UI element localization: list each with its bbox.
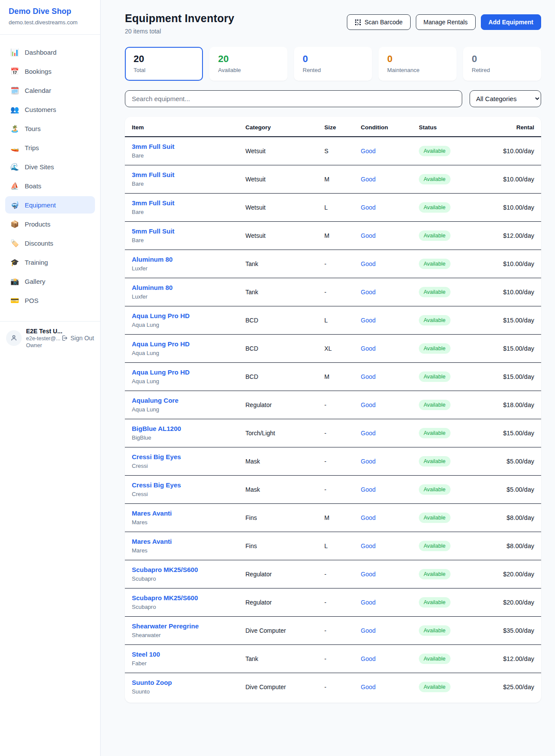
- item-condition-link[interactable]: Good: [361, 148, 375, 154]
- item-name-link[interactable]: 3mm Full Suit: [132, 199, 174, 207]
- item-condition-link[interactable]: Good: [361, 542, 375, 549]
- column-header-category: Category: [238, 117, 317, 137]
- item-name-link[interactable]: Scubapro MK25/S600: [132, 594, 198, 602]
- sidebar-item-customers[interactable]: 👥 Customers: [5, 101, 95, 118]
- item-condition-link[interactable]: Good: [361, 232, 375, 239]
- item-size: -: [317, 250, 354, 278]
- item-condition-link[interactable]: Good: [361, 486, 375, 493]
- item-category: BCD: [238, 363, 317, 391]
- item-category: Tank: [238, 278, 317, 306]
- sidebar-item-products[interactable]: 📦 Products: [5, 215, 95, 233]
- stat-label: Total: [134, 67, 194, 73]
- item-condition-link[interactable]: Good: [361, 627, 375, 634]
- item-name-link[interactable]: BigBlue AL1200: [132, 425, 181, 432]
- item-condition-link[interactable]: Good: [361, 373, 375, 380]
- item-rental-rate: $8.00/day: [485, 532, 541, 560]
- manage-rentals-button[interactable]: Manage Rentals: [416, 14, 476, 30]
- sign-out-button[interactable]: Sign Out: [61, 335, 94, 342]
- item-condition-link[interactable]: Good: [361, 289, 375, 296]
- item-category: Regulator: [238, 391, 317, 419]
- item-condition-link[interactable]: Good: [361, 571, 375, 578]
- sidebar-item-tours[interactable]: 🏝️ Tours: [5, 120, 95, 137]
- item-brand: Mares: [132, 547, 232, 554]
- add-equipment-button[interactable]: Add Equipment: [481, 14, 541, 30]
- sidebar-item-boats[interactable]: ⛵ Boats: [5, 177, 95, 194]
- stat-cards: 20 Total 20 Available 0 Rented 0 Mainten…: [125, 47, 541, 81]
- item-condition-link[interactable]: Good: [361, 204, 375, 211]
- item-size: -: [317, 588, 354, 617]
- stat-card-available[interactable]: 20 Available: [209, 47, 287, 81]
- column-header-size: Size: [317, 117, 354, 137]
- item-condition-link[interactable]: Good: [361, 176, 375, 183]
- category-filter-select[interactable]: All Categories: [470, 90, 541, 107]
- sidebar-item-equipment[interactable]: 🤿 Equipment: [5, 196, 95, 214]
- item-name-link[interactable]: Shearwater Peregrine: [132, 622, 199, 630]
- table-row: Steel 100 Faber Tank - Good Available: [125, 645, 541, 673]
- sidebar-item-pos[interactable]: 💳 POS: [5, 292, 95, 309]
- item-name-link[interactable]: Cressi Big Eyes: [132, 453, 181, 460]
- diving-mask-icon: 🤿: [10, 201, 19, 209]
- item-condition-link[interactable]: Good: [361, 345, 375, 352]
- column-header-rental: Rental: [485, 117, 541, 137]
- stat-card-total[interactable]: 20 Total: [125, 47, 203, 81]
- item-condition-link[interactable]: Good: [361, 430, 375, 437]
- item-condition-link[interactable]: Good: [361, 458, 375, 465]
- status-badge: Available: [419, 315, 451, 325]
- stat-value: 20: [134, 53, 194, 65]
- calendar-date-icon: 📅: [10, 67, 19, 76]
- item-condition-link[interactable]: Good: [361, 514, 375, 521]
- sidebar-item-dive-sites[interactable]: 🌊 Dive Sites: [5, 158, 95, 175]
- barcode-scan-icon: [355, 19, 361, 26]
- item-category: Fins: [238, 504, 317, 532]
- island-icon: 🏝️: [10, 125, 19, 133]
- item-name-link[interactable]: Mares Avanti: [132, 509, 172, 517]
- item-size: -: [317, 278, 354, 306]
- item-name-link[interactable]: Suunto Zoop: [132, 679, 172, 686]
- item-name-link[interactable]: 3mm Full Suit: [132, 143, 174, 150]
- stat-value: 20: [218, 53, 279, 65]
- sidebar-header: Demo Dive Shop demo.test.divestreams.com: [0, 0, 100, 35]
- item-condition-link[interactable]: Good: [361, 684, 375, 690]
- sidebar-item-discounts[interactable]: 🏷️ Discounts: [5, 234, 95, 252]
- stat-card-retired[interactable]: 0 Retired: [463, 47, 541, 81]
- brand-name[interactable]: Demo Dive Shop: [9, 7, 91, 16]
- item-name-link[interactable]: Aqualung Core: [132, 397, 179, 404]
- item-name-link[interactable]: Aluminum 80: [132, 284, 173, 291]
- item-category: Tank: [238, 250, 317, 278]
- item-rental-rate: $10.00/day: [485, 194, 541, 222]
- item-name-link[interactable]: 5mm Full Suit: [132, 227, 174, 235]
- item-name-link[interactable]: Cressi Big Eyes: [132, 481, 181, 489]
- search-input[interactable]: [125, 90, 462, 107]
- sidebar-item-calendar[interactable]: 🗓️ Calendar: [5, 82, 95, 99]
- item-name-link[interactable]: Steel 100: [132, 651, 160, 658]
- item-condition-link[interactable]: Good: [361, 260, 375, 267]
- item-condition-link[interactable]: Good: [361, 401, 375, 408]
- item-category: Dive Computer: [238, 673, 317, 701]
- sidebar-item-dashboard[interactable]: 📊 Dashboard: [5, 43, 95, 61]
- item-name-link[interactable]: Scubapro MK25/S600: [132, 566, 198, 573]
- sidebar-nav: 📊 Dashboard 📅 Bookings 🗓️ Calendar 👥 Cus…: [0, 35, 100, 315]
- item-condition-link[interactable]: Good: [361, 655, 375, 662]
- app-layout: Demo Dive Shop demo.test.divestreams.com…: [0, 0, 555, 756]
- item-condition-link[interactable]: Good: [361, 317, 375, 324]
- sidebar-item-bookings[interactable]: 📅 Bookings: [5, 62, 95, 80]
- item-name-link[interactable]: Mares Avanti: [132, 538, 172, 545]
- item-name-link[interactable]: Aluminum 80: [132, 256, 173, 263]
- item-name-link[interactable]: Aqua Lung Pro HD: [132, 340, 189, 348]
- item-name-link[interactable]: Aqua Lung Pro HD: [132, 312, 189, 319]
- item-name-link[interactable]: Aqua Lung Pro HD: [132, 368, 189, 376]
- item-brand: Bare: [132, 237, 232, 243]
- sidebar-item-gallery[interactable]: 📸 Gallery: [5, 273, 95, 290]
- item-name-link[interactable]: 3mm Full Suit: [132, 171, 174, 178]
- scan-barcode-label: Scan Barcode: [365, 19, 403, 26]
- status-badge: Available: [419, 174, 451, 184]
- stat-card-rented[interactable]: 0 Rented: [294, 47, 372, 81]
- scan-barcode-button[interactable]: Scan Barcode: [347, 14, 411, 30]
- add-equipment-label: Add Equipment: [489, 19, 533, 26]
- sidebar-item-trips[interactable]: 🚤 Trips: [5, 139, 95, 156]
- stat-card-maintenance[interactable]: 0 Maintenance: [379, 47, 457, 81]
- sidebar-item-training[interactable]: 🎓 Training: [5, 253, 95, 271]
- item-condition-link[interactable]: Good: [361, 599, 375, 606]
- page-title-block: Equipment Inventory 20 items total: [125, 12, 234, 35]
- sidebar: Demo Dive Shop demo.test.divestreams.com…: [0, 0, 101, 756]
